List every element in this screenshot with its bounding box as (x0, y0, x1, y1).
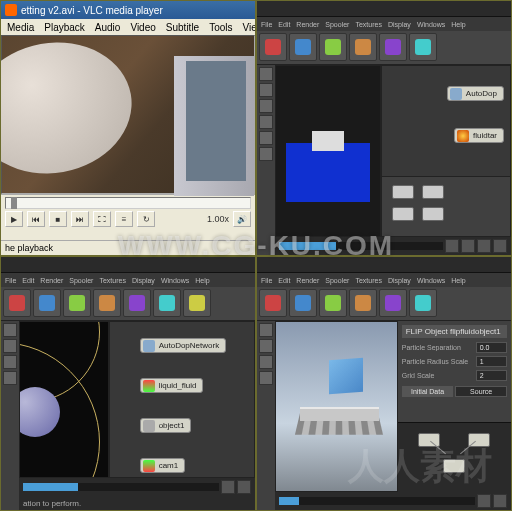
shelf-tool[interactable] (3, 289, 31, 317)
node-fluidtank[interactable]: fluidtar (454, 128, 504, 143)
menu-item[interactable]: Display (132, 277, 155, 284)
timeline[interactable] (19, 478, 255, 496)
move-tool-icon[interactable] (259, 339, 273, 353)
menu-item[interactable]: Textures (99, 277, 125, 284)
shelf-tool[interactable] (409, 33, 437, 61)
node-autodopnetwork[interactable]: AutoDopNetwork (140, 338, 226, 353)
mini-node[interactable] (422, 207, 444, 221)
titlebar[interactable] (257, 257, 511, 273)
menu-item[interactable]: Display (388, 21, 411, 28)
viewport-3d[interactable] (275, 65, 381, 237)
shelf-tool[interactable] (349, 289, 377, 317)
menu-item[interactable]: File (261, 21, 272, 28)
tool-icon[interactable] (259, 147, 273, 161)
menu-item[interactable]: Spooler (325, 277, 349, 284)
play-button[interactable] (477, 239, 491, 253)
shelf-tool[interactable] (259, 33, 287, 61)
shelf-tool[interactable] (319, 33, 347, 61)
stop-button[interactable]: ■ (49, 211, 67, 227)
menu-audio[interactable]: Audio (95, 22, 121, 33)
menu-item[interactable]: Spooler (69, 277, 93, 284)
menu-view[interactable]: View (243, 22, 256, 33)
loop-button[interactable]: ↻ (137, 211, 155, 227)
network-editor[interactable]: AutoDopNetwork liquid_fluid object1 (109, 321, 255, 478)
menu-item[interactable]: Textures (355, 277, 381, 284)
play-back-button[interactable] (461, 239, 475, 253)
timeline[interactable] (275, 492, 511, 510)
tab-source[interactable]: Source (455, 386, 507, 397)
prev-button[interactable]: ⏮ (27, 211, 45, 227)
menu-item[interactable]: Windows (161, 277, 189, 284)
mini-node[interactable] (422, 185, 444, 199)
shelf-tool[interactable] (349, 33, 377, 61)
seek-thumb[interactable] (11, 197, 17, 209)
node-object1[interactable]: object1 (140, 418, 192, 433)
tool-icon[interactable] (259, 131, 273, 145)
menu-item[interactable]: Display (388, 277, 411, 284)
menu-item[interactable]: Spooler (325, 21, 349, 28)
menu-item[interactable]: Edit (278, 277, 290, 284)
shelf-tool[interactable] (289, 33, 317, 61)
shelf-tool[interactable] (183, 289, 211, 317)
scale-tool-icon[interactable] (259, 371, 273, 385)
menu-item[interactable]: Render (40, 277, 63, 284)
move-tool-icon[interactable] (259, 83, 273, 97)
timeline-track[interactable] (279, 497, 475, 505)
seek-slider[interactable] (5, 197, 251, 209)
play-button[interactable]: ▶ (5, 211, 23, 227)
network-editor[interactable]: AutoDop fluidtar (381, 65, 511, 237)
shelf-tool[interactable] (409, 289, 437, 317)
play-button[interactable] (477, 494, 491, 508)
shelf-tool[interactable] (153, 289, 181, 317)
fullscreen-button[interactable]: ⛶ (93, 211, 111, 227)
titlebar[interactable] (257, 1, 511, 17)
menu-item[interactable]: Render (296, 21, 319, 28)
mini-node[interactable] (392, 185, 414, 199)
menu-subtitle[interactable]: Subtitle (166, 22, 199, 33)
menu-item[interactable]: Textures (355, 21, 381, 28)
shelf-tool[interactable] (319, 289, 347, 317)
shelf-tool[interactable] (33, 289, 61, 317)
shelf-tool[interactable] (379, 33, 407, 61)
menu-item[interactable]: Help (451, 277, 465, 284)
playlist-button[interactable]: ≡ (115, 211, 133, 227)
scale-tool-icon[interactable] (3, 371, 17, 385)
mini-node[interactable] (392, 207, 414, 221)
menu-item[interactable]: Help (195, 277, 209, 284)
param-input[interactable]: 1 (476, 356, 507, 367)
node-liquid-fluid[interactable]: liquid_fluid (140, 378, 204, 393)
timeline[interactable] (275, 237, 511, 255)
play-button[interactable] (221, 480, 235, 494)
play-button[interactable] (493, 494, 507, 508)
param-input[interactable]: 0.0 (476, 342, 507, 353)
timeline-track[interactable] (279, 242, 443, 250)
menu-playback[interactable]: Playback (44, 22, 85, 33)
param-input[interactable]: 2 (476, 370, 507, 381)
shelf-tool[interactable] (259, 289, 287, 317)
shelf-tool[interactable] (289, 289, 317, 317)
menu-item[interactable]: Windows (417, 277, 445, 284)
play-button[interactable] (237, 480, 251, 494)
last-frame-button[interactable] (493, 239, 507, 253)
tab-initial-data[interactable]: Initial Data (402, 386, 454, 397)
shelf-tool[interactable] (379, 289, 407, 317)
scale-tool-icon[interactable] (259, 115, 273, 129)
viewport-3d[interactable] (19, 321, 109, 478)
video-viewport[interactable] (1, 35, 255, 194)
volume-button[interactable]: 🔊 (233, 211, 251, 227)
select-tool-icon[interactable] (3, 323, 17, 337)
shelf-tool[interactable] (93, 289, 121, 317)
menu-item[interactable]: Edit (22, 277, 34, 284)
timeline-track[interactable] (23, 483, 219, 491)
rotate-tool-icon[interactable] (259, 99, 273, 113)
menu-item[interactable]: Render (296, 277, 319, 284)
select-tool-icon[interactable] (259, 323, 273, 337)
window-titlebar[interactable]: etting v2.avi - VLC media player (1, 1, 255, 19)
menu-video[interactable]: Video (130, 22, 155, 33)
titlebar[interactable] (1, 257, 255, 273)
rotate-tool-icon[interactable] (259, 355, 273, 369)
move-tool-icon[interactable] (3, 339, 17, 353)
next-button[interactable]: ⏭ (71, 211, 89, 227)
menu-tools[interactable]: Tools (209, 22, 232, 33)
node-autodop[interactable]: AutoDop (447, 86, 504, 101)
